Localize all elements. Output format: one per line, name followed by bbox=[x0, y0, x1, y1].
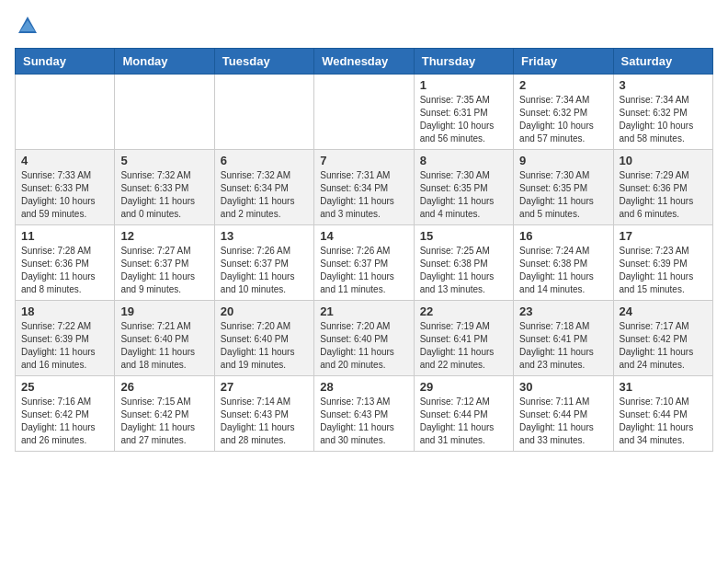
calendar-cell: 18Sunrise: 7:22 AM Sunset: 6:39 PM Dayli… bbox=[16, 301, 115, 376]
day-info: Sunrise: 7:11 AM Sunset: 6:44 PM Dayligh… bbox=[519, 396, 607, 447]
day-info: Sunrise: 7:29 AM Sunset: 6:36 PM Dayligh… bbox=[620, 169, 707, 221]
day-info: Sunrise: 7:27 AM Sunset: 6:37 PM Dayligh… bbox=[120, 245, 208, 296]
day-info: Sunrise: 7:17 AM Sunset: 6:42 PM Dayligh… bbox=[620, 320, 707, 372]
calendar-week-row: 18Sunrise: 7:22 AM Sunset: 6:39 PM Dayli… bbox=[16, 301, 713, 376]
calendar-cell: 15Sunrise: 7:25 AM Sunset: 6:38 PM Dayli… bbox=[414, 225, 513, 301]
day-info: Sunrise: 7:10 AM Sunset: 6:44 PM Dayligh… bbox=[620, 396, 707, 447]
day-info: Sunrise: 7:32 AM Sunset: 6:34 PM Dayligh… bbox=[221, 169, 308, 221]
day-number: 6 bbox=[221, 154, 308, 167]
day-info: Sunrise: 7:12 AM Sunset: 6:44 PM Dayligh… bbox=[420, 396, 507, 447]
calendar-cell: 23Sunrise: 7:18 AM Sunset: 6:41 PM Dayli… bbox=[514, 301, 613, 376]
day-number: 10 bbox=[620, 154, 707, 167]
day-number: 8 bbox=[420, 154, 507, 167]
day-number: 11 bbox=[21, 229, 108, 243]
day-info: Sunrise: 7:35 AM Sunset: 6:31 PM Dayligh… bbox=[420, 94, 507, 145]
day-number: 14 bbox=[320, 229, 407, 243]
day-number: 5 bbox=[120, 154, 208, 167]
day-number: 9 bbox=[519, 154, 607, 167]
day-number: 15 bbox=[420, 229, 507, 243]
calendar-cell: 11Sunrise: 7:28 AM Sunset: 6:36 PM Dayli… bbox=[16, 225, 115, 301]
calendar-cell: 13Sunrise: 7:26 AM Sunset: 6:37 PM Dayli… bbox=[214, 225, 313, 301]
calendar-cell: 14Sunrise: 7:26 AM Sunset: 6:37 PM Dayli… bbox=[314, 225, 414, 301]
day-info: Sunrise: 7:22 AM Sunset: 6:39 PM Dayligh… bbox=[21, 320, 108, 372]
calendar-header-row: SundayMondayTuesdayWednesdayThursdayFrid… bbox=[16, 49, 713, 75]
calendar-week-row: 11Sunrise: 7:28 AM Sunset: 6:36 PM Dayli… bbox=[16, 225, 713, 301]
day-number: 13 bbox=[221, 229, 308, 243]
day-number: 29 bbox=[420, 380, 507, 394]
day-info: Sunrise: 7:18 AM Sunset: 6:41 PM Dayligh… bbox=[519, 320, 607, 372]
calendar-cell: 6Sunrise: 7:32 AM Sunset: 6:34 PM Daylig… bbox=[214, 150, 313, 225]
day-info: Sunrise: 7:34 AM Sunset: 6:32 PM Dayligh… bbox=[620, 94, 707, 145]
calendar-table: SundayMondayTuesdayWednesdayThursdayFrid… bbox=[15, 48, 713, 452]
calendar-cell: 22Sunrise: 7:19 AM Sunset: 6:41 PM Dayli… bbox=[414, 301, 513, 376]
day-number: 24 bbox=[620, 304, 707, 318]
logo-icon bbox=[17, 15, 39, 37]
day-header-friday: Friday bbox=[514, 49, 613, 75]
calendar-week-row: 4Sunrise: 7:33 AM Sunset: 6:33 PM Daylig… bbox=[16, 150, 713, 225]
day-header-monday: Monday bbox=[115, 49, 214, 75]
day-info: Sunrise: 7:34 AM Sunset: 6:32 PM Dayligh… bbox=[519, 94, 607, 145]
day-number: 3 bbox=[620, 78, 707, 92]
day-number: 20 bbox=[221, 304, 308, 318]
calendar-cell bbox=[115, 75, 214, 150]
day-info: Sunrise: 7:20 AM Sunset: 6:40 PM Dayligh… bbox=[221, 320, 308, 372]
calendar-cell: 28Sunrise: 7:13 AM Sunset: 6:43 PM Dayli… bbox=[314, 376, 414, 452]
calendar-cell: 4Sunrise: 7:33 AM Sunset: 6:33 PM Daylig… bbox=[16, 150, 115, 225]
day-header-tuesday: Tuesday bbox=[214, 49, 313, 75]
page-header bbox=[15, 15, 713, 37]
day-info: Sunrise: 7:32 AM Sunset: 6:33 PM Dayligh… bbox=[120, 169, 208, 221]
calendar-cell: 30Sunrise: 7:11 AM Sunset: 6:44 PM Dayli… bbox=[514, 376, 613, 452]
day-number: 22 bbox=[420, 304, 507, 318]
calendar-cell: 20Sunrise: 7:20 AM Sunset: 6:40 PM Dayli… bbox=[214, 301, 313, 376]
day-number: 1 bbox=[420, 78, 507, 92]
day-number: 31 bbox=[620, 380, 707, 394]
day-info: Sunrise: 7:20 AM Sunset: 6:40 PM Dayligh… bbox=[320, 320, 407, 372]
day-header-sunday: Sunday bbox=[16, 49, 115, 75]
calendar-cell: 31Sunrise: 7:10 AM Sunset: 6:44 PM Dayli… bbox=[613, 376, 712, 452]
day-number: 27 bbox=[221, 380, 308, 394]
day-number: 19 bbox=[120, 304, 208, 318]
day-header-saturday: Saturday bbox=[613, 49, 712, 75]
calendar-cell: 2Sunrise: 7:34 AM Sunset: 6:32 PM Daylig… bbox=[514, 75, 613, 150]
day-info: Sunrise: 7:24 AM Sunset: 6:38 PM Dayligh… bbox=[519, 245, 607, 296]
calendar-week-row: 1Sunrise: 7:35 AM Sunset: 6:31 PM Daylig… bbox=[16, 75, 713, 150]
calendar-cell bbox=[314, 75, 414, 150]
day-info: Sunrise: 7:23 AM Sunset: 6:39 PM Dayligh… bbox=[620, 245, 707, 296]
day-info: Sunrise: 7:26 AM Sunset: 6:37 PM Dayligh… bbox=[320, 245, 407, 296]
day-header-wednesday: Wednesday bbox=[314, 49, 414, 75]
day-info: Sunrise: 7:30 AM Sunset: 6:35 PM Dayligh… bbox=[519, 169, 607, 221]
svg-marker-1 bbox=[20, 20, 35, 31]
calendar-cell: 1Sunrise: 7:35 AM Sunset: 6:31 PM Daylig… bbox=[414, 75, 513, 150]
day-info: Sunrise: 7:31 AM Sunset: 6:34 PM Dayligh… bbox=[320, 169, 407, 221]
calendar-cell bbox=[214, 75, 313, 150]
calendar-cell: 29Sunrise: 7:12 AM Sunset: 6:44 PM Dayli… bbox=[414, 376, 513, 452]
calendar-cell: 19Sunrise: 7:21 AM Sunset: 6:40 PM Dayli… bbox=[115, 301, 214, 376]
day-number: 7 bbox=[320, 154, 407, 167]
day-info: Sunrise: 7:16 AM Sunset: 6:42 PM Dayligh… bbox=[21, 396, 108, 447]
day-number: 12 bbox=[120, 229, 208, 243]
calendar-cell: 16Sunrise: 7:24 AM Sunset: 6:38 PM Dayli… bbox=[514, 225, 613, 301]
day-info: Sunrise: 7:30 AM Sunset: 6:35 PM Dayligh… bbox=[420, 169, 507, 221]
day-number: 26 bbox=[120, 380, 208, 394]
calendar-cell: 26Sunrise: 7:15 AM Sunset: 6:42 PM Dayli… bbox=[115, 376, 214, 452]
day-number: 28 bbox=[320, 380, 407, 394]
day-number: 21 bbox=[320, 304, 407, 318]
calendar-cell bbox=[16, 75, 115, 150]
day-info: Sunrise: 7:33 AM Sunset: 6:33 PM Dayligh… bbox=[21, 169, 108, 221]
calendar-cell: 7Sunrise: 7:31 AM Sunset: 6:34 PM Daylig… bbox=[314, 150, 414, 225]
calendar-cell: 5Sunrise: 7:32 AM Sunset: 6:33 PM Daylig… bbox=[115, 150, 214, 225]
day-number: 4 bbox=[21, 154, 108, 167]
calendar-cell: 12Sunrise: 7:27 AM Sunset: 6:37 PM Dayli… bbox=[115, 225, 214, 301]
day-info: Sunrise: 7:25 AM Sunset: 6:38 PM Dayligh… bbox=[420, 245, 507, 296]
day-info: Sunrise: 7:28 AM Sunset: 6:36 PM Dayligh… bbox=[21, 245, 108, 296]
day-info: Sunrise: 7:19 AM Sunset: 6:41 PM Dayligh… bbox=[420, 320, 507, 372]
day-info: Sunrise: 7:21 AM Sunset: 6:40 PM Dayligh… bbox=[120, 320, 208, 372]
day-number: 2 bbox=[519, 78, 607, 92]
day-number: 17 bbox=[620, 229, 707, 243]
day-info: Sunrise: 7:26 AM Sunset: 6:37 PM Dayligh… bbox=[221, 245, 308, 296]
calendar-cell: 27Sunrise: 7:14 AM Sunset: 6:43 PM Dayli… bbox=[214, 376, 313, 452]
calendar-cell: 25Sunrise: 7:16 AM Sunset: 6:42 PM Dayli… bbox=[16, 376, 115, 452]
day-info: Sunrise: 7:15 AM Sunset: 6:42 PM Dayligh… bbox=[120, 396, 208, 447]
day-number: 18 bbox=[21, 304, 108, 318]
calendar-cell: 24Sunrise: 7:17 AM Sunset: 6:42 PM Dayli… bbox=[613, 301, 712, 376]
